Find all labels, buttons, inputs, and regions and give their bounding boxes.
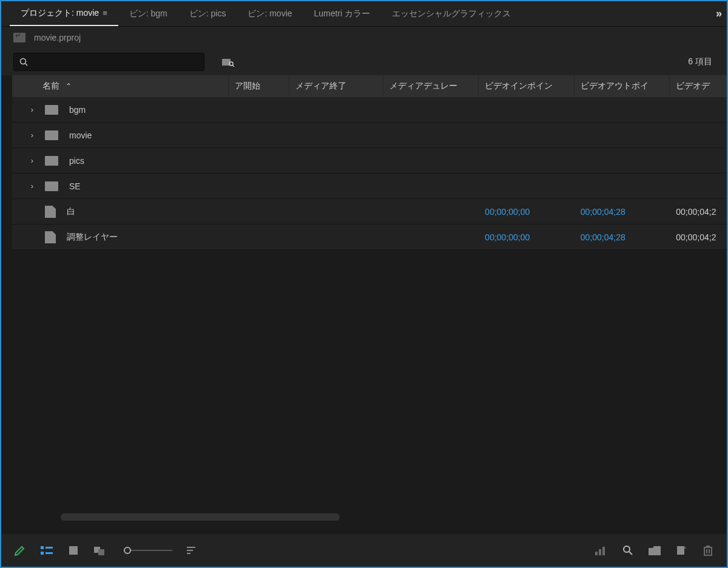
col-video-in[interactable]: ビデオインポイン xyxy=(479,75,574,97)
col-video-out[interactable]: ビデオアウトポイ xyxy=(575,75,670,97)
tabs-overflow-icon[interactable]: » xyxy=(716,7,721,20)
video-dur: 00;00;04;2 xyxy=(670,232,727,242)
row-name: SE xyxy=(69,181,81,191)
tab-lumetri[interactable]: Lumetri カラー xyxy=(303,1,382,26)
folder-icon xyxy=(45,130,58,140)
svg-point-18 xyxy=(624,546,630,552)
table-row[interactable]: › bgm xyxy=(12,97,727,123)
footer-toolbar xyxy=(1,534,727,567)
table-header: 名前 ⌃ ア開始 メディア終了 メディアデュレー ビデオインポイン ビデオアウト… xyxy=(12,75,727,97)
disclosure-icon[interactable]: › xyxy=(19,130,45,140)
col-media-duration[interactable]: メディアデュレー xyxy=(383,75,479,97)
table-row[interactable]: › SE xyxy=(12,174,727,199)
row-name: bgm xyxy=(69,105,86,115)
col-label: メディアデュレー xyxy=(389,81,457,92)
row-name: 白 xyxy=(67,206,75,217)
row-name: pics xyxy=(69,156,84,166)
clear-icon[interactable] xyxy=(701,544,715,557)
tab-bin-bgm[interactable]: ビン: bgm xyxy=(118,1,178,26)
svg-rect-13 xyxy=(187,550,193,551)
sort-caret-icon: ⌃ xyxy=(66,82,72,90)
find-icon[interactable] xyxy=(621,544,635,557)
svg-rect-22 xyxy=(706,546,710,547)
video-dur: 00;00;04;2 xyxy=(670,207,727,217)
col-video-dur[interactable]: ビデオデ xyxy=(670,75,727,97)
find-in-bin-icon[interactable] xyxy=(220,56,236,68)
row-name: 調整レイヤー xyxy=(67,232,118,243)
svg-point-0 xyxy=(21,59,26,64)
new-item-icon[interactable] xyxy=(675,544,688,557)
table-row[interactable]: › pics xyxy=(12,148,727,174)
icon-view-icon[interactable] xyxy=(67,544,80,557)
svg-line-1 xyxy=(25,64,28,66)
col-label: ビデオデ xyxy=(676,81,710,92)
svg-rect-11 xyxy=(98,549,104,555)
svg-rect-6 xyxy=(46,547,53,549)
tab-label: ビン: movie xyxy=(248,8,292,19)
svg-rect-17 xyxy=(602,547,605,555)
item-count: 6 項目 xyxy=(688,56,715,67)
table-row[interactable]: 白 00;00;00;00 00;00;04;28 00;00;04;2 xyxy=(12,199,727,225)
slider-knob[interactable] xyxy=(124,547,131,554)
new-bin-icon[interactable] xyxy=(648,544,661,557)
svg-rect-20 xyxy=(677,546,684,555)
tab-label: ビン: bgm xyxy=(129,8,167,19)
search-icon xyxy=(19,57,29,67)
project-file-name: movie.prproj xyxy=(34,33,81,42)
slider-track xyxy=(124,550,172,551)
disclosure-icon[interactable]: › xyxy=(19,156,45,165)
video-in: 00;00;00;00 xyxy=(479,207,574,217)
search-row: 6 項目 xyxy=(1,49,727,75)
col-label: 名前 xyxy=(42,81,59,92)
table-row[interactable]: › movie xyxy=(12,123,727,148)
tab-essential-graphics[interactable]: エッセンシャルグラフィックス xyxy=(381,1,522,26)
project-table: 名前 ⌃ ア開始 メディア終了 メディアデュレー ビデオインポイン ビデオアウト… xyxy=(12,75,727,524)
col-label: ア開始 xyxy=(235,81,260,92)
col-media-end[interactable]: メディア終了 xyxy=(289,75,383,97)
search-input[interactable] xyxy=(13,53,204,71)
folder-icon xyxy=(45,181,58,191)
col-label: メディア終了 xyxy=(295,81,346,92)
svg-rect-14 xyxy=(187,553,190,554)
folder-icon xyxy=(45,105,58,115)
col-label: ビデオアウトポイ xyxy=(581,81,649,92)
project-writable-icon[interactable] xyxy=(13,544,27,557)
video-out: 00;00;04;28 xyxy=(575,232,670,242)
file-icon xyxy=(45,231,56,243)
svg-rect-9 xyxy=(69,546,78,555)
svg-rect-16 xyxy=(599,549,601,555)
svg-line-4 xyxy=(232,65,234,67)
disclosure-icon[interactable]: › xyxy=(19,105,45,114)
svg-rect-21 xyxy=(704,547,712,555)
list-view-icon[interactable] xyxy=(40,544,53,557)
video-in: 00;00;00;00 xyxy=(479,232,574,242)
tab-bin-pics[interactable]: ビン: pics xyxy=(178,1,237,26)
table-row[interactable]: 調整レイヤー 00;00;00;00 00;00;04;28 00;00;04;… xyxy=(12,225,727,250)
col-label: ビデオインポイン xyxy=(485,81,553,92)
table-body: › bgm › movie › pics xyxy=(12,97,727,250)
svg-rect-15 xyxy=(595,552,598,555)
freeform-view-icon[interactable] xyxy=(93,544,107,557)
horizontal-scrollbar[interactable] xyxy=(61,513,340,521)
svg-rect-7 xyxy=(41,552,44,555)
svg-rect-5 xyxy=(41,546,44,549)
disclosure-icon[interactable]: › xyxy=(19,181,45,191)
folder-icon xyxy=(45,156,58,166)
tab-label: ビン: pics xyxy=(189,8,226,19)
panel-tabs: プロジェクト: movie ≡ ビン: bgm ビン: pics ビン: mov… xyxy=(1,1,727,27)
svg-rect-12 xyxy=(187,547,195,548)
row-name: movie xyxy=(69,130,92,140)
col-name[interactable]: 名前 ⌃ xyxy=(12,75,229,97)
automate-to-sequence-icon[interactable] xyxy=(595,544,608,557)
tab-label: プロジェクト: movie xyxy=(21,8,99,19)
col-media-start[interactable]: ア開始 xyxy=(229,75,289,97)
video-out: 00;00;04;28 xyxy=(575,207,670,217)
tab-bin-movie[interactable]: ビン: movie xyxy=(237,1,303,26)
zoom-slider[interactable] xyxy=(124,550,172,551)
tab-project[interactable]: プロジェクト: movie ≡ xyxy=(10,1,118,26)
svg-line-19 xyxy=(629,552,632,555)
folder-up-icon[interactable] xyxy=(13,33,25,42)
sort-icon[interactable] xyxy=(186,544,199,557)
panel-menu-icon[interactable]: ≡ xyxy=(103,8,107,18)
file-icon xyxy=(45,206,56,218)
